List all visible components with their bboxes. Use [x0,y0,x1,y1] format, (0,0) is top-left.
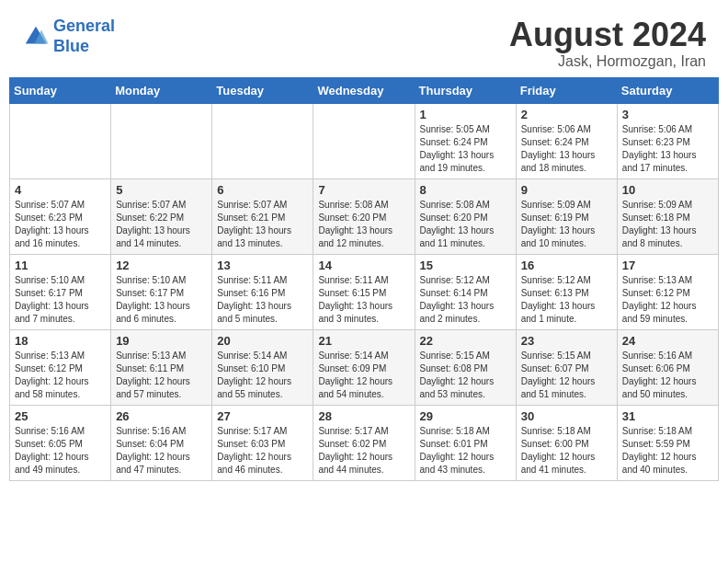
day-header-thursday: Thursday [415,77,516,103]
day-number: 11 [15,259,106,272]
day-number: 5 [116,183,207,197]
calendar-cell: 2Sunrise: 5:06 AM Sunset: 6:24 PM Daylig… [516,103,617,178]
calendar-cell: 1Sunrise: 5:05 AM Sunset: 6:24 PM Daylig… [415,103,516,178]
calendar-cell [313,103,415,178]
calendar-cell: 18Sunrise: 5:13 AM Sunset: 6:12 PM Dayli… [10,329,111,405]
day-header-friday: Friday [516,77,617,103]
calendar-cell: 7Sunrise: 5:08 AM Sunset: 6:20 PM Daylig… [313,178,415,254]
calendar-cell: 4Sunrise: 5:07 AM Sunset: 6:23 PM Daylig… [10,178,111,254]
day-number: 2 [521,108,612,121]
logo: General Blue [22,17,115,56]
day-info: Sunrise: 5:12 AM Sunset: 6:14 PM Dayligh… [420,274,511,326]
logo-icon [22,23,50,51]
day-info: Sunrise: 5:05 AM Sunset: 6:24 PM Dayligh… [420,123,511,175]
day-number: 29 [420,409,511,423]
calendar-cell [111,103,212,178]
calendar-cell [212,103,313,178]
calendar-cell: 31Sunrise: 5:18 AM Sunset: 5:59 PM Dayli… [617,405,718,480]
day-info: Sunrise: 5:16 AM Sunset: 6:05 PM Dayligh… [15,425,106,477]
day-number: 8 [420,183,511,197]
calendar-cell: 11Sunrise: 5:10 AM Sunset: 6:17 PM Dayli… [10,254,111,329]
day-header-monday: Monday [111,77,212,103]
day-info: Sunrise: 5:15 AM Sunset: 6:07 PM Dayligh… [521,350,612,401]
calendar-cell: 27Sunrise: 5:17 AM Sunset: 6:03 PM Dayli… [212,405,313,480]
calendar-table: SundayMondayTuesdayWednesdayThursdayFrid… [9,77,719,481]
day-number: 1 [420,108,511,121]
day-info: Sunrise: 5:09 AM Sunset: 6:19 PM Dayligh… [521,199,612,250]
day-info: Sunrise: 5:15 AM Sunset: 6:08 PM Dayligh… [420,350,511,401]
subtitle: Jask, Hormozgan, Iran [509,53,706,70]
day-number: 25 [15,409,106,423]
calendar-cell: 26Sunrise: 5:16 AM Sunset: 6:04 PM Dayli… [111,405,212,480]
day-number: 28 [318,409,409,423]
day-info: Sunrise: 5:13 AM Sunset: 6:11 PM Dayligh… [116,350,207,401]
calendar-cell: 17Sunrise: 5:13 AM Sunset: 6:12 PM Dayli… [617,254,718,329]
day-number: 21 [318,334,409,348]
day-info: Sunrise: 5:14 AM Sunset: 6:09 PM Dayligh… [318,350,409,401]
day-number: 26 [116,409,207,423]
calendar-cell: 6Sunrise: 5:07 AM Sunset: 6:21 PM Daylig… [212,178,313,254]
day-info: Sunrise: 5:07 AM Sunset: 6:22 PM Dayligh… [116,199,207,250]
title-block: August 2024 Jask, Hormozgan, Iran [509,17,706,70]
day-info: Sunrise: 5:06 AM Sunset: 6:23 PM Dayligh… [622,123,713,175]
day-info: Sunrise: 5:17 AM Sunset: 6:02 PM Dayligh… [318,425,409,477]
calendar-cell: 10Sunrise: 5:09 AM Sunset: 6:18 PM Dayli… [617,178,718,254]
calendar-cell [10,103,111,178]
page-header: General Blue August 2024 Jask, Hormozgan… [0,0,728,77]
day-header-wednesday: Wednesday [313,77,415,103]
calendar-cell: 24Sunrise: 5:16 AM Sunset: 6:06 PM Dayli… [617,329,718,405]
day-info: Sunrise: 5:18 AM Sunset: 5:59 PM Dayligh… [622,425,713,477]
day-info: Sunrise: 5:06 AM Sunset: 6:24 PM Dayligh… [521,123,612,175]
day-info: Sunrise: 5:14 AM Sunset: 6:10 PM Dayligh… [217,350,308,401]
day-header-tuesday: Tuesday [212,77,313,103]
calendar-cell: 23Sunrise: 5:15 AM Sunset: 6:07 PM Dayli… [516,329,617,405]
calendar-cell: 13Sunrise: 5:11 AM Sunset: 6:16 PM Dayli… [212,254,313,329]
calendar-cell: 21Sunrise: 5:14 AM Sunset: 6:09 PM Dayli… [313,329,415,405]
day-number: 4 [15,183,106,197]
day-info: Sunrise: 5:13 AM Sunset: 6:12 PM Dayligh… [622,274,713,326]
day-info: Sunrise: 5:16 AM Sunset: 6:06 PM Dayligh… [622,350,713,401]
day-info: Sunrise: 5:09 AM Sunset: 6:18 PM Dayligh… [622,199,713,250]
calendar-cell: 5Sunrise: 5:07 AM Sunset: 6:22 PM Daylig… [111,178,212,254]
day-number: 19 [116,334,207,348]
day-number: 22 [420,334,511,348]
day-info: Sunrise: 5:13 AM Sunset: 6:12 PM Dayligh… [15,350,106,401]
calendar-cell: 8Sunrise: 5:08 AM Sunset: 6:20 PM Daylig… [415,178,516,254]
day-number: 10 [622,183,713,197]
calendar-cell: 9Sunrise: 5:09 AM Sunset: 6:19 PM Daylig… [516,178,617,254]
day-info: Sunrise: 5:08 AM Sunset: 6:20 PM Dayligh… [318,199,409,250]
calendar-cell: 12Sunrise: 5:10 AM Sunset: 6:17 PM Dayli… [111,254,212,329]
day-info: Sunrise: 5:11 AM Sunset: 6:16 PM Dayligh… [217,274,308,326]
day-info: Sunrise: 5:18 AM Sunset: 6:00 PM Dayligh… [521,425,612,477]
day-info: Sunrise: 5:08 AM Sunset: 6:20 PM Dayligh… [420,199,511,250]
day-number: 13 [217,259,308,272]
calendar-cell: 28Sunrise: 5:17 AM Sunset: 6:02 PM Dayli… [313,405,415,480]
calendar-cell: 22Sunrise: 5:15 AM Sunset: 6:08 PM Dayli… [415,329,516,405]
day-number: 27 [217,409,308,423]
calendar-cell: 25Sunrise: 5:16 AM Sunset: 6:05 PM Dayli… [10,405,111,480]
day-number: 7 [318,183,409,197]
day-number: 20 [217,334,308,348]
calendar-cell: 20Sunrise: 5:14 AM Sunset: 6:10 PM Dayli… [212,329,313,405]
day-info: Sunrise: 5:16 AM Sunset: 6:04 PM Dayligh… [116,425,207,477]
calendar-cell: 14Sunrise: 5:11 AM Sunset: 6:15 PM Dayli… [313,254,415,329]
logo-text: General Blue [53,17,115,56]
day-info: Sunrise: 5:10 AM Sunset: 6:17 PM Dayligh… [116,274,207,326]
day-number: 6 [217,183,308,197]
calendar-cell: 16Sunrise: 5:12 AM Sunset: 6:13 PM Dayli… [516,254,617,329]
day-number: 14 [318,259,409,272]
day-number: 16 [521,259,612,272]
main-title: August 2024 [509,17,706,53]
day-number: 30 [521,409,612,423]
day-info: Sunrise: 5:10 AM Sunset: 6:17 PM Dayligh… [15,274,106,326]
calendar-cell: 30Sunrise: 5:18 AM Sunset: 6:00 PM Dayli… [516,405,617,480]
calendar-cell: 19Sunrise: 5:13 AM Sunset: 6:11 PM Dayli… [111,329,212,405]
day-info: Sunrise: 5:12 AM Sunset: 6:13 PM Dayligh… [521,274,612,326]
calendar-cell: 15Sunrise: 5:12 AM Sunset: 6:14 PM Dayli… [415,254,516,329]
day-info: Sunrise: 5:07 AM Sunset: 6:23 PM Dayligh… [15,199,106,250]
day-number: 24 [622,334,713,348]
calendar-cell: 3Sunrise: 5:06 AM Sunset: 6:23 PM Daylig… [617,103,718,178]
day-info: Sunrise: 5:07 AM Sunset: 6:21 PM Dayligh… [217,199,308,250]
day-header-saturday: Saturday [617,77,718,103]
calendar-cell: 29Sunrise: 5:18 AM Sunset: 6:01 PM Dayli… [415,405,516,480]
